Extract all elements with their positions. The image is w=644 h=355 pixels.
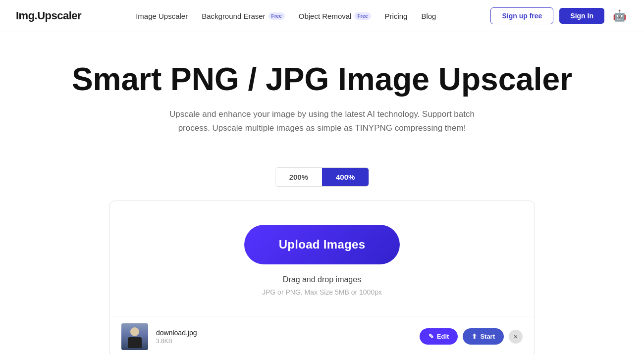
bot-icon[interactable]: 🤖 (610, 7, 628, 25)
thumbnail-image (121, 323, 148, 350)
file-info: download.jpg 3.8KB (156, 329, 412, 345)
free-badge-background-eraser: Free (268, 12, 285, 20)
logo: Img.Upscaler (16, 9, 81, 22)
upload-section: Upload Images Drag and drop images JPG o… (109, 201, 535, 355)
nav-item-pricing[interactable]: Pricing (385, 12, 408, 20)
navbar: Img.Upscaler Image Upscaler Background E… (0, 0, 644, 32)
nav-item-image-upscaler[interactable]: Image Upscaler (136, 12, 188, 20)
scale-toggle-group: 200% 400% (275, 167, 370, 187)
edit-icon: ✎ (429, 333, 434, 340)
scale-toggle: 200% 400% (0, 167, 644, 187)
signin-button[interactable]: Sign In (559, 8, 604, 24)
nav-item-object-removal[interactable]: Object Removal Free (299, 12, 371, 20)
file-list: download.jpg 3.8KB ✎ Edit ⬆ Start × (109, 316, 535, 355)
scale-200-button[interactable]: 200% (275, 168, 322, 186)
nav-actions: Sign up free Sign In 🤖 (490, 7, 628, 25)
file-size: 3.8KB (156, 338, 412, 345)
nav-links: Image Upscaler Background Eraser Free Ob… (136, 12, 436, 20)
start-button[interactable]: ⬆ Start (463, 328, 504, 345)
file-actions: ✎ Edit ⬆ Start × (420, 328, 523, 345)
drag-drop-text: Drag and drop images (119, 275, 525, 284)
edit-button[interactable]: ✎ Edit (420, 328, 458, 345)
start-icon: ⬆ (472, 333, 477, 340)
nav-item-blog[interactable]: Blog (421, 12, 436, 20)
person-body (128, 337, 142, 348)
file-thumbnail (121, 323, 148, 350)
file-hint-text: JPG or PNG. Max Size 5MB or 1000px (119, 288, 525, 296)
upload-drop-zone: Upload Images Drag and drop images JPG o… (109, 201, 535, 316)
scale-400-button[interactable]: 400% (322, 168, 369, 186)
hero-section: Smart PNG / JPG Image Upscaler Upscale a… (0, 32, 644, 167)
upload-button[interactable]: Upload Images (244, 225, 400, 264)
table-row: download.jpg 3.8KB ✎ Edit ⬆ Start × (109, 316, 535, 355)
hero-subtitle: Upscale and enhance your image by using … (163, 107, 481, 134)
person-head (130, 327, 139, 336)
nav-item-background-eraser[interactable]: Background Eraser Free (202, 12, 285, 20)
remove-button[interactable]: × (509, 330, 523, 344)
file-name: download.jpg (156, 329, 412, 337)
free-badge-object-removal: Free (354, 12, 371, 20)
signup-button[interactable]: Sign up free (490, 7, 553, 24)
hero-title: Smart PNG / JPG Image Upscaler (10, 62, 634, 97)
